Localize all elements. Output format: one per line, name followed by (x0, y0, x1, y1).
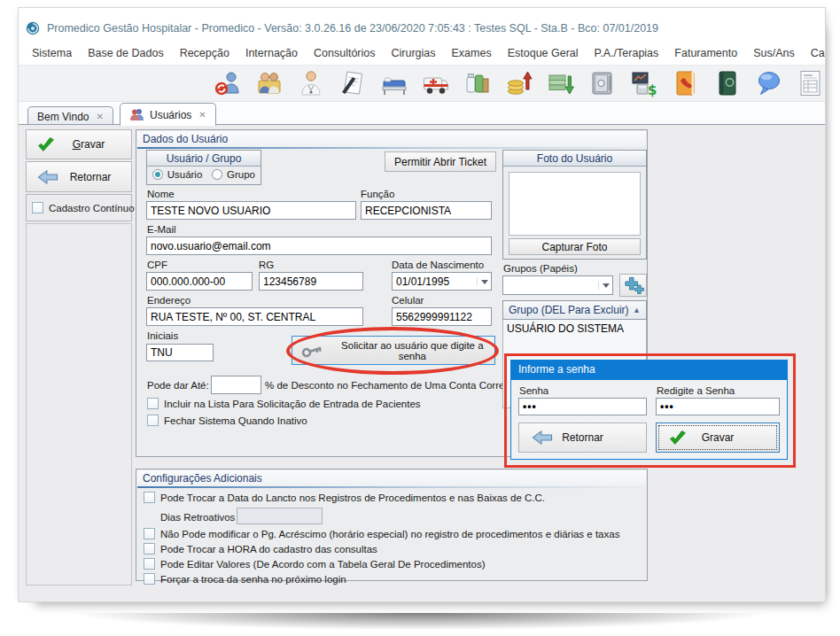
gravar-button[interactable]: Gravar (26, 129, 132, 159)
nao-pode-modificar-row: Não Pode modificar o Pg. Acréscimo (horá… (144, 528, 619, 539)
trocar-hora-checkbox[interactable] (144, 543, 155, 555)
senha-label: Senha (519, 385, 548, 396)
doctor-icon[interactable] (298, 69, 324, 97)
forcar-troca-senha-checkbox[interactable] (144, 573, 155, 585)
retornar-button-label: Retornar (58, 171, 131, 183)
incluir-lista-checkbox[interactable] (147, 398, 159, 409)
phone-book-icon[interactable] (673, 69, 699, 97)
senha-input[interactable] (518, 398, 647, 415)
dropdown-icon (477, 277, 491, 286)
menu-caixa[interactable]: Caixa (803, 45, 826, 63)
editar-valores-checkbox[interactable] (144, 558, 155, 570)
back-arrow-icon (532, 430, 553, 445)
sort-asc-icon: ▲ (633, 306, 641, 314)
tab-close-icon[interactable]: ✕ (198, 110, 206, 120)
menu-faturamento[interactable]: Faturamento (666, 45, 745, 63)
menu-base-de-dados[interactable]: Base de Dados (80, 45, 171, 63)
celular-input[interactable] (392, 307, 492, 326)
gravar-button-label: Gravar (55, 138, 131, 151)
tab-close-icon[interactable]: ✕ (96, 112, 103, 121)
grupos-combo[interactable] (502, 275, 613, 295)
endereco-input[interactable] (146, 307, 363, 326)
report-icon[interactable] (797, 69, 824, 97)
permitir-abrir-ticket-button[interactable]: Permitir Abrir Ticket (385, 151, 496, 172)
redigite-senha-input[interactable] (656, 398, 780, 415)
hospital-bed-icon[interactable] (381, 69, 408, 97)
nome-label: Nome (147, 189, 175, 199)
menu-pa-terapias[interactable]: P.A./Terapias (587, 45, 667, 63)
nao-pode-modificar-label: Não Pode modificar o Pg. Acréscimo (horá… (160, 529, 619, 539)
menu-internacao[interactable]: Internação (237, 45, 306, 63)
pode-dar-ate-label: Pode dar Até: (147, 380, 209, 391)
book-icon[interactable] (714, 69, 741, 97)
usuario-grupo-title: Usuário / Grupo (147, 151, 261, 167)
dialog-gravar-label: Gravar (702, 431, 735, 444)
radio-grupo[interactable] (212, 169, 222, 180)
config-adicionais-title: Configurações Adicionais (137, 470, 646, 486)
menu-recepcao[interactable]: Recepção (172, 45, 237, 63)
data-nascimento-label: Data de Nascimento (392, 260, 484, 270)
money-down-icon[interactable] (548, 69, 574, 97)
document-pen-icon[interactable] (339, 69, 366, 97)
rg-input[interactable] (259, 272, 363, 291)
iniciais-input[interactable] (146, 344, 214, 361)
safe-icon[interactable] (589, 69, 616, 97)
rg-label: RG (259, 260, 274, 270)
pharmacy-icon[interactable] (464, 69, 491, 97)
menu-sistema[interactable]: Sistema (24, 45, 80, 63)
tab-bem-vindo[interactable]: Bem Vindo ✕ (27, 106, 113, 126)
title-bar: Promedico Gestão Hospitalar - Promedico … (26, 19, 658, 38)
dias-retroativos-input (237, 508, 323, 524)
iniciais-label: Iniciais (147, 330, 178, 341)
key-icon (299, 339, 325, 361)
adicionar-grupo-button[interactable] (619, 274, 647, 297)
trocar-data-checkbox[interactable] (144, 492, 155, 503)
fechar-sistema-checkbox[interactable] (147, 415, 159, 426)
email-input[interactable] (146, 237, 492, 255)
email-label: E-Mail (147, 224, 176, 235)
coins-up-icon[interactable] (506, 69, 533, 97)
solicitar-senha-button[interactable]: Solicitar ao usuário que digite a senha (292, 336, 495, 365)
radio-usuario-label: Usuário (167, 169, 203, 180)
radio-usuario[interactable] (152, 169, 163, 180)
cpf-input[interactable] (146, 272, 253, 291)
tab-usuarios[interactable]: Usuários ✕ (120, 103, 216, 126)
app-logo-icon (26, 21, 40, 35)
nao-pode-modificar-checkbox[interactable] (144, 528, 155, 539)
capturar-foto-button[interactable]: Capturar Foto (509, 238, 641, 255)
chat-bubble-icon[interactable] (756, 69, 782, 97)
cadastro-continuo-label: Cadastro Contínuo (49, 203, 135, 213)
menu-exames[interactable]: Exames (444, 45, 500, 63)
incluir-lista-row: Incluir na Lista Para Solicitação de Ent… (147, 398, 421, 409)
retornar-button[interactable]: Retornar (26, 161, 132, 192)
screenshot-frame: Promedico Gestão Hospitalar - Promedico … (0, 0, 840, 636)
incluir-lista-label: Incluir na Lista Para Solicitação de Ent… (164, 399, 421, 409)
group-list-header-label: Grupo (DEL Para Excluir) (509, 304, 629, 316)
header-underline (137, 486, 646, 488)
forcar-troca-senha-row: Forçar a troca da senha no próximo login (144, 573, 346, 585)
data-nascimento-combo[interactable]: 01/01/1995 (392, 272, 492, 291)
menu-sus-ans[interactable]: Sus/Ans (745, 45, 803, 63)
funcao-input[interactable] (361, 201, 492, 220)
ambulance-icon[interactable] (423, 69, 449, 97)
foto-usuario-box: Foto do Usuário Capturar Foto (502, 150, 647, 260)
nome-input[interactable] (146, 201, 356, 220)
config-adicionais-group: Configurações Adicionais Pode Trocar a D… (136, 469, 648, 581)
dialog-retornar-button[interactable]: Retornar (518, 423, 647, 453)
menu-consultorios[interactable]: Consultórios (306, 45, 383, 63)
users-folder-icon[interactable] (256, 69, 283, 97)
informe-senha-title: Informe a senha (511, 361, 787, 380)
grupos-papeis-label: Grupos (Papéis) (503, 263, 578, 274)
dialog-retornar-label: Retornar (562, 431, 603, 444)
group-list-item[interactable]: USUÁRIO DO SISTEMA (503, 320, 646, 337)
menu-cirurgias[interactable]: Cirurgias (384, 45, 444, 63)
desconto-input[interactable] (211, 376, 261, 394)
data-nascimento-value: 01/01/1995 (396, 275, 449, 288)
menu-estoque-geral[interactable]: Estoque Geral (500, 45, 587, 63)
cadastro-continuo-checkbox[interactable] (32, 202, 43, 213)
dialog-gravar-button[interactable]: Gravar (656, 423, 780, 453)
finance-calculator-icon[interactable]: $ (631, 69, 657, 97)
photo-preview (509, 172, 641, 236)
sync-user-icon[interactable] (214, 69, 241, 97)
group-list-header[interactable]: Grupo (DEL Para Excluir) ▲ (502, 300, 647, 320)
